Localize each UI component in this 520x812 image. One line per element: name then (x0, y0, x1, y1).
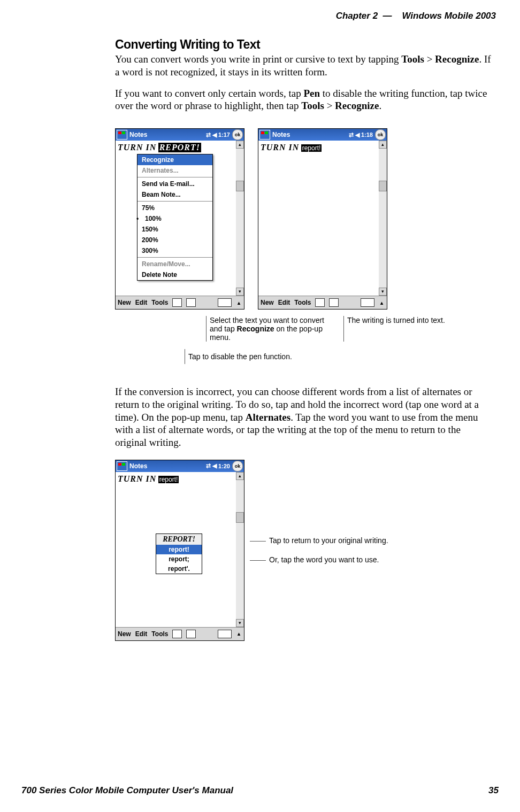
connectivity-icon[interactable]: ⇄ (206, 132, 211, 138)
pda-command-bar: New Edit Tools ▴ (258, 296, 387, 309)
scroll-up-button[interactable]: ▴ (379, 141, 387, 149)
chapter-label: Chapter 2 (336, 11, 378, 21)
clock: 1:20 (218, 463, 230, 469)
start-flag-icon[interactable] (259, 130, 270, 140)
menu-new[interactable]: New (118, 299, 131, 306)
converted-text: report! (158, 476, 179, 483)
converted-text: report! (301, 144, 322, 152)
page-header: Chapter 2 — Windows Mobile 2003 (21, 11, 499, 21)
menu-new[interactable]: New (118, 630, 131, 638)
clock: 1:18 (361, 132, 373, 138)
connectivity-icon[interactable]: ⇄ (349, 132, 354, 138)
alternates-menu: REPORT! report! report; report'. (156, 533, 202, 574)
start-flag-icon[interactable] (117, 130, 127, 140)
menu-item-zoom-75[interactable]: 75% (137, 203, 212, 213)
system-tray: ⇄ ◀ 1:17 (206, 132, 230, 138)
pen-icon[interactable] (329, 298, 339, 307)
footer-page-number: 35 (488, 785, 499, 796)
pda-title-bar: Notes ⇄ ◀ 1:20 ok (116, 460, 244, 472)
callout-disable-pen: Tap to disable the pen function. (185, 349, 402, 364)
menu-item-zoom-150[interactable]: 150% (137, 224, 212, 235)
keyboard-icon[interactable] (218, 298, 232, 307)
page-footer: 700 Series Color Mobile Computer User's … (21, 785, 499, 796)
sip-up-button[interactable]: ▴ (236, 631, 242, 637)
screenshot-row-1: Notes ⇄ ◀ 1:17 ok TURN IN REPORT! (115, 128, 493, 310)
side-callouts: Tap to return to your original writing. … (250, 460, 388, 641)
alt-original-writing[interactable]: REPORT! (156, 534, 202, 545)
menu-item-alternates[interactable]: Alternates... (137, 165, 212, 176)
voice-icon[interactable] (315, 298, 325, 307)
handwriting-selected: REPORT! (158, 143, 201, 152)
menu-item-delete[interactable]: Delete Note (137, 269, 212, 280)
scroll-thumb[interactable] (236, 181, 244, 191)
menu-tools[interactable]: Tools (151, 299, 168, 306)
menu-tools[interactable]: Tools (151, 630, 168, 638)
keyboard-icon[interactable] (361, 298, 374, 307)
handwriting-text: TURN IN (118, 474, 156, 483)
volume-icon[interactable]: ◀ (355, 132, 360, 138)
menu-edit[interactable]: Edit (278, 299, 290, 306)
menu-new[interactable]: New (261, 299, 274, 306)
voice-icon[interactable] (172, 630, 182, 638)
pen-icon[interactable] (186, 298, 196, 307)
note-canvas[interactable]: TURN IN report! REPORT! report! report; … (116, 472, 236, 627)
menu-tools[interactable]: Tools (294, 299, 311, 306)
connectivity-icon[interactable]: ⇄ (206, 462, 211, 469)
start-flag-icon[interactable] (117, 461, 127, 471)
menu-edit[interactable]: Edit (135, 299, 148, 306)
callout-recognize: Select the text you want to convert and … (206, 316, 327, 342)
dash: — (383, 11, 392, 21)
clock: 1:17 (218, 132, 230, 138)
pda-command-bar: New Edit Tools ▴ (116, 627, 244, 640)
scrollbar[interactable]: ▴ ▾ (236, 141, 244, 296)
ok-button[interactable]: ok (232, 461, 243, 471)
screenshot-notes-alternates: Notes ⇄ ◀ 1:20 ok TURN IN report! (115, 460, 244, 641)
scroll-up-button[interactable]: ▴ (236, 472, 244, 480)
callout-return-original: Tap to return to your original writing. (250, 536, 388, 545)
scroll-thumb[interactable] (236, 512, 244, 523)
screenshot-notes-converted: Notes ⇄ ◀ 1:18 ok TURN IN report! (258, 128, 387, 310)
menu-edit[interactable]: Edit (135, 630, 148, 638)
paragraph-3: If the conversion is incorrect, you can … (115, 385, 493, 449)
paragraph-1: You can convert words you write in print… (115, 53, 493, 79)
note-canvas[interactable]: TURN IN report! (258, 141, 379, 296)
handwriting-text: TURN IN (261, 143, 299, 152)
footer-manual-title: 700 Series Color Mobile Computer User's … (21, 785, 233, 796)
sip-up-button[interactable]: ▴ (236, 300, 242, 306)
pen-icon[interactable] (186, 630, 196, 638)
menu-item-send-email[interactable]: Send via E-mail... (137, 179, 212, 189)
voice-icon[interactable] (172, 298, 182, 307)
keyboard-icon[interactable] (218, 630, 232, 638)
app-title: Notes (129, 462, 204, 470)
volume-icon[interactable]: ◀ (212, 132, 217, 138)
note-canvas[interactable]: TURN IN REPORT! Recognize Alternates... … (116, 141, 236, 296)
alt-option-3[interactable]: report'. (156, 564, 202, 574)
scroll-down-button[interactable]: ▾ (236, 288, 244, 296)
paragraph-2: If you want to convert only certain word… (115, 87, 493, 113)
scrollbar[interactable]: ▴ ▾ (379, 141, 387, 296)
app-title: Notes (272, 131, 347, 138)
menu-item-zoom-100[interactable]: 100% (137, 213, 212, 224)
section-title: Converting Writing to Text (115, 37, 493, 52)
volume-icon[interactable]: ◀ (212, 462, 217, 469)
menu-item-recognize[interactable]: Recognize (137, 154, 212, 165)
ok-button[interactable]: ok (232, 129, 243, 140)
menu-item-beam[interactable]: Beam Note... (137, 189, 212, 200)
handwriting-text: TURN IN (118, 143, 156, 152)
ok-button[interactable]: ok (375, 129, 386, 140)
scrollbar[interactable]: ▴ ▾ (236, 472, 244, 627)
callout-converted: The writing is turned into text. (343, 316, 445, 342)
menu-item-rename[interactable]: Rename/Move... (137, 259, 212, 269)
alt-option-2[interactable]: report; (156, 554, 202, 564)
context-menu: Recognize Alternates... Send via E-mail.… (137, 154, 213, 281)
scroll-up-button[interactable]: ▴ (236, 141, 244, 149)
menu-item-zoom-300[interactable]: 300% (137, 245, 212, 256)
alt-option-1[interactable]: report! (156, 545, 202, 554)
menu-item-zoom-200[interactable]: 200% (137, 235, 212, 245)
scroll-down-button[interactable]: ▾ (236, 619, 244, 627)
scroll-thumb[interactable] (379, 181, 387, 191)
scroll-down-button[interactable]: ▾ (379, 288, 387, 296)
sip-up-button[interactable]: ▴ (379, 300, 385, 306)
app-title: Notes (129, 131, 204, 138)
pda-title-bar: Notes ⇄ ◀ 1:18 ok (258, 129, 387, 141)
